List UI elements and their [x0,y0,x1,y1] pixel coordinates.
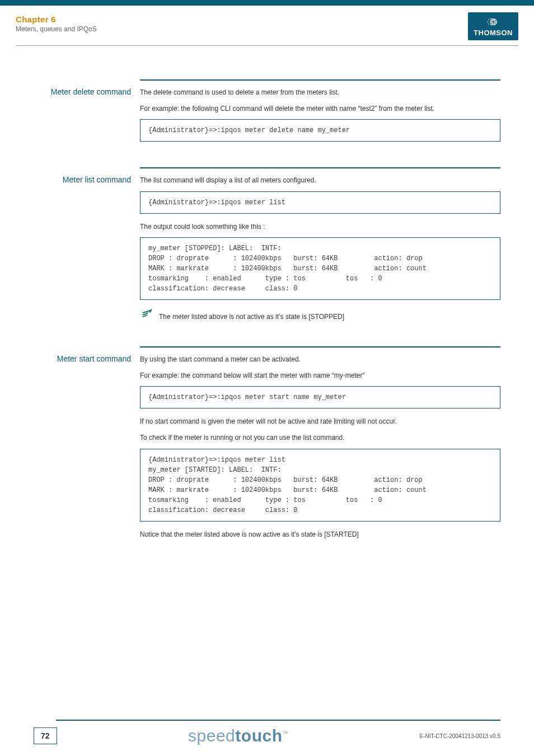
note-text: The meter listed above is not active as … [159,312,344,322]
section-divider [140,346,500,348]
chapter-title: Chapter 6 [16,15,518,24]
page-footer: 72 speedtouch™ E-NIT-CTC-20041213-0013 v… [0,720,534,756]
paragraph: The delete command is used to delete a m… [140,87,500,98]
paragraph: Notice that the meter listed above is no… [140,529,500,540]
paragraph: The output could look something like thi… [140,222,500,232]
document-id: E-NIT-CTC-20041213-0013 v0.5 [419,733,500,739]
globe-icon: ❂ [474,18,513,27]
trademark-symbol: ™ [282,730,288,736]
paragraph: For example: the following CLI command w… [140,104,500,114]
section-meter-start: Meter start command By using the start c… [34,346,500,545]
brand-logo: ◌ ❂ THOMSON [468,12,518,40]
paragraph: For example: the command below will star… [140,370,500,381]
note: The meter listed above is not active as … [140,308,500,325]
brand-name: THOMSON [474,29,513,37]
note-icon [140,308,159,325]
page-content: Meter delete command The delete command … [0,46,534,574]
top-accent-bar [0,0,534,6]
section-label: Meter delete command [34,87,140,96]
product-logo-part2: touch [235,726,282,745]
code-block: my_meter [STOPPED]: LABEL: INTF: DROP : … [140,237,500,300]
code-block: {Administrator}=>:ipqos meter start name… [140,386,500,408]
paragraph: If no start command is given the meter w… [140,416,500,427]
section-divider [140,167,500,168]
section-label: Meter list command [34,175,140,184]
product-logo-part1: speed [188,726,235,745]
code-block: {Administrator}=>:ipqos meter list my_me… [140,449,500,522]
footer-divider [56,720,500,721]
paragraph: The list command will display a list of … [140,175,500,186]
code-block: {Administrator}=>:ipqos meter list [140,191,500,214]
page-header: Chapter 6 Meters, queues and IPQoS ◌ ❂ T… [0,6,534,37]
section-label: Meter start command [34,354,140,363]
paragraph: To check if the meter is running or not … [140,433,500,443]
page-number: 72 [34,727,57,744]
product-logo: speedtouch™ [188,726,288,745]
section-meter-delete: Meter delete command The delete command … [34,79,500,149]
code-block: {Administrator}=>:ipqos meter delete nam… [140,119,500,142]
section-divider [140,79,500,81]
paragraph: By using the start command a meter can b… [140,354,500,365]
chapter-subtitle: Meters, queues and IPQoS [16,25,518,33]
section-meter-list: Meter list command The list command will… [34,167,500,328]
